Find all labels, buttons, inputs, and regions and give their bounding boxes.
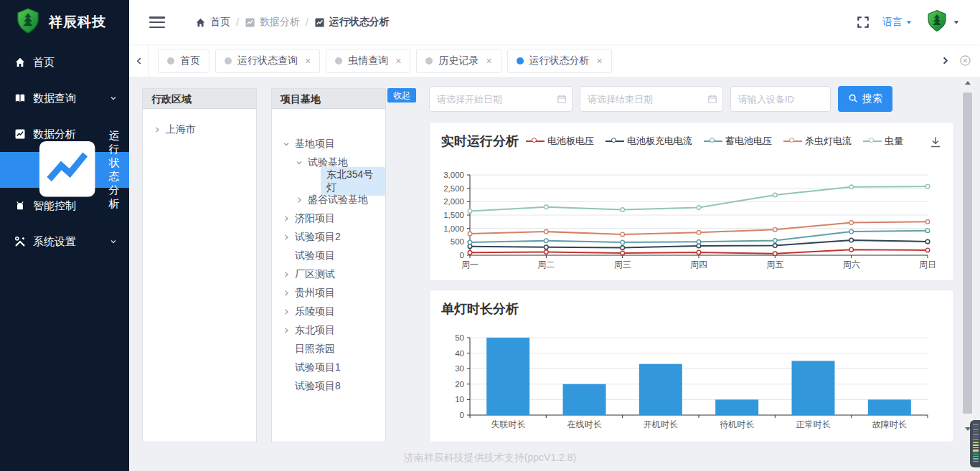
search-icon <box>848 93 858 105</box>
chart-icon <box>33 135 101 205</box>
tab-label: 虫情查询 <box>348 54 388 67</box>
tab-close-icon[interactable]: × <box>305 56 311 66</box>
chevron-down-icon[interactable] <box>282 140 291 148</box>
legend-marker <box>783 138 802 145</box>
tab-历史记录[interactable]: 历史记录× <box>416 49 501 73</box>
tab-status-dot <box>225 57 232 65</box>
tab-运行状态分析[interactable]: 运行状态分析× <box>507 49 612 73</box>
sidebar: 祥辰科技 首页数据查询数据分析运行状态分析智能控制系统设置 <box>0 0 129 471</box>
legend-item-蓄电池电压[interactable]: 蓄电池电压 <box>704 135 772 148</box>
chevron-right-icon[interactable] <box>282 289 291 298</box>
tab-首页[interactable]: 首页 <box>158 49 209 73</box>
tabs-close-all-icon[interactable] <box>954 54 976 67</box>
tree-label: 试验项目1 <box>295 361 341 374</box>
corner-widget[interactable] <box>970 420 980 467</box>
topbar-right: 语言 <box>857 9 960 35</box>
breadcrumb-item[interactable]: 首页 <box>195 16 230 29</box>
legend-label: 蓄电池电压 <box>725 135 772 148</box>
svg-text:30: 30 <box>455 364 464 373</box>
tree-item-试验项目2[interactable]: 试验项目2 <box>272 228 385 247</box>
legend-item-虫量[interactable]: 虫量 <box>863 135 903 148</box>
shield-logo-icon <box>14 7 42 37</box>
tab-close-icon[interactable]: × <box>486 56 491 66</box>
tab-虫情查询[interactable]: 虫情查询× <box>326 49 410 73</box>
sidebar-item-home[interactable]: 首页 <box>0 44 129 80</box>
footer-text: 济南祥辰科技提供技术支持(ppcV1.2.8) <box>0 452 980 465</box>
chevron-right-icon[interactable] <box>282 308 291 316</box>
end-date-input[interactable] <box>580 86 723 112</box>
hamburger-menu-icon[interactable] <box>149 16 165 28</box>
tree-item-上海市[interactable]: 上海市 <box>143 120 256 139</box>
chevron-down-icon[interactable] <box>295 158 303 167</box>
line-chart: 05001,0001,5002,0002,5003,000周一周二周三周四周五周… <box>430 151 955 282</box>
svg-text:3,000: 3,000 <box>443 171 464 179</box>
tree-item-基地项目[interactable]: 基地项目 <box>272 135 385 153</box>
tabs-scroll-left-button[interactable] <box>129 44 149 77</box>
chevron-right-icon[interactable] <box>282 326 291 335</box>
chevron-right-icon[interactable] <box>282 270 291 279</box>
project-panel-title: 项目基地 <box>272 89 385 109</box>
svg-text:周六: 周六 <box>843 260 860 270</box>
tree-item-试验项目[interactable]: 试验项目 <box>272 247 385 265</box>
tab-运行状态查询[interactable]: 运行状态查询× <box>215 49 320 73</box>
download-icon[interactable] <box>929 135 942 148</box>
tools-icon <box>14 236 26 247</box>
sidebar-subitem-run-status-analysis[interactable]: 运行状态分析 <box>0 152 129 188</box>
search-button[interactable]: 搜索 <box>838 86 892 112</box>
svg-text:2,500: 2,500 <box>443 184 464 193</box>
scrollbar-thumb[interactable] <box>963 92 972 414</box>
start-date-input[interactable] <box>429 86 573 112</box>
tab-label: 运行状态查询 <box>237 54 298 67</box>
tree-item-东北354号灯[interactable]: 东北354号灯 <box>272 172 385 191</box>
chevron-right-icon[interactable] <box>282 233 291 242</box>
tree-item-贵州项目[interactable]: 贵州项目 <box>272 284 385 303</box>
language-button[interactable]: 语言 <box>882 16 913 29</box>
tree-label: 济阳项目 <box>295 212 335 225</box>
home-icon <box>195 17 206 28</box>
realtime-chart-title: 实时运行分析 <box>441 133 519 150</box>
collapse-button[interactable]: 收起 <box>387 88 416 103</box>
scrollbar-up-arrow[interactable] <box>961 77 974 89</box>
app-root: 首页/数据分析/运行状态分析 语言 首页运行状态查询×虫情查询×历史记录×运行状… <box>0 0 980 471</box>
fullscreen-icon[interactable] <box>857 16 870 29</box>
svg-text:10: 10 <box>455 395 464 404</box>
vertical-scrollbar[interactable] <box>961 77 974 435</box>
svg-text:开机时长: 开机时长 <box>644 419 678 429</box>
svg-text:50: 50 <box>455 333 464 342</box>
tree-label: 乐陵项目 <box>295 305 335 318</box>
tree-label: 盛谷试验基地 <box>308 194 368 206</box>
tab-status-dot <box>425 57 433 65</box>
legend-item-电池板充电电流[interactable]: 电池板充电电流 <box>606 135 692 148</box>
tree-item-日照茶园[interactable]: 日照茶园 <box>272 340 385 358</box>
tree-item-济阳项目[interactable]: 济阳项目 <box>272 209 385 228</box>
breadcrumb-label: 数据分析 <box>260 16 300 29</box>
legend-item-电池板电压[interactable]: 电池板电压 <box>526 135 594 148</box>
tab-close-icon[interactable]: × <box>597 56 603 66</box>
user-menu[interactable] <box>925 9 960 35</box>
tree-item-东北项目[interactable]: 东北项目 <box>272 321 385 340</box>
sidebar-item-system-settings[interactable]: 系统设置 <box>0 224 129 260</box>
tree-item-乐陵项目[interactable]: 乐陵项目 <box>272 303 385 321</box>
sidebar-item-data-query[interactable]: 数据查询 <box>0 80 129 116</box>
breadcrumb-item[interactable]: 数据分析 <box>245 16 300 29</box>
tree-item-试验项目1[interactable]: 试验项目1 <box>272 358 385 377</box>
legend-label: 虫量 <box>885 135 903 148</box>
topbar: 首页/数据分析/运行状态分析 语言 <box>129 0 980 44</box>
tab-close-icon[interactable]: × <box>395 56 401 66</box>
language-label: 语言 <box>882 16 903 29</box>
chevron-right-icon[interactable] <box>153 125 161 134</box>
tabs-scroll-right-button[interactable] <box>936 55 954 66</box>
chevron-right-icon[interactable] <box>282 214 291 223</box>
tree-item-试验项目8[interactable]: 试验项目8 <box>272 377 385 396</box>
tree-item-厂区测试[interactable]: 厂区测试 <box>272 265 385 284</box>
breadcrumb-separator: / <box>236 16 239 28</box>
chevron-right-icon[interactable] <box>295 196 303 204</box>
tree-label: 试验项目2 <box>295 231 341 244</box>
legend-label: 电池板充电电流 <box>627 135 692 148</box>
svg-text:在线时长: 在线时长 <box>567 419 602 429</box>
sidebar-menu: 首页数据查询数据分析运行状态分析智能控制系统设置 <box>0 44 129 260</box>
device-id-input[interactable] <box>730 86 831 112</box>
chevron-down-icon <box>109 201 118 210</box>
breadcrumb-item[interactable]: 运行状态分析 <box>314 16 390 29</box>
legend-item-杀虫灯电流[interactable]: 杀虫灯电流 <box>783 135 852 148</box>
